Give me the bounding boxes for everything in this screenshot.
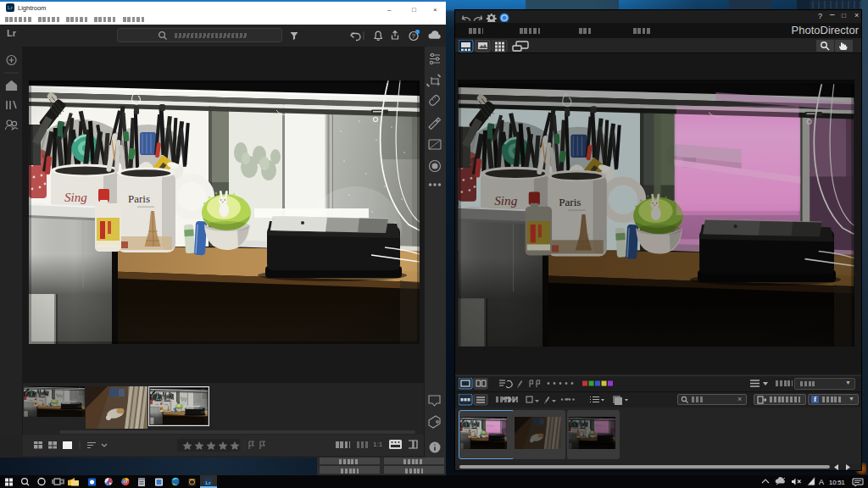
svg-text:Lr: Lr (206, 480, 212, 485)
svg-text:10:51: 10:51 (829, 479, 845, 486)
svg-text:A: A (819, 478, 824, 486)
svg-text:?: ? (412, 32, 416, 40)
